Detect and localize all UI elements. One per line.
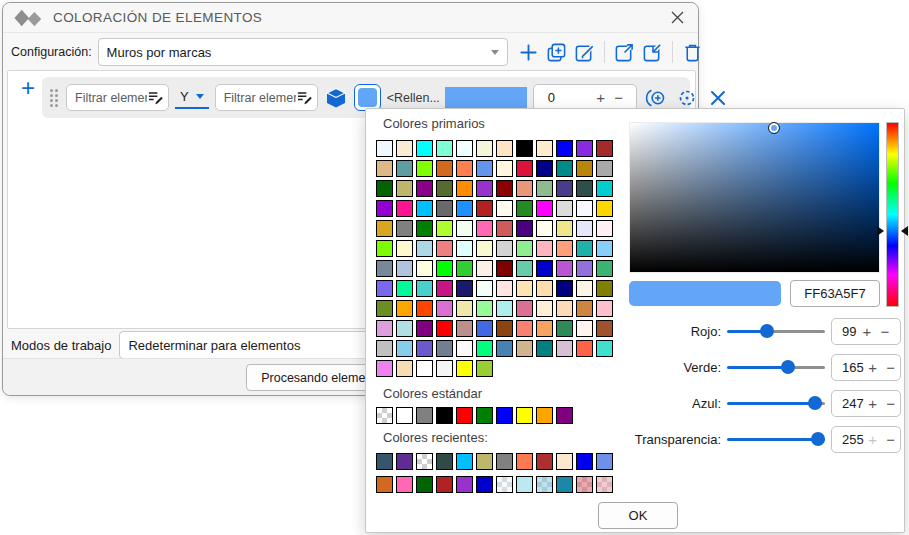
color-swatch[interactable]: [596, 340, 613, 357]
color-swatch[interactable]: [436, 260, 453, 277]
color-swatch[interactable]: [516, 220, 533, 237]
color-swatch[interactable]: [456, 160, 473, 177]
rojo-value[interactable]: 99: [842, 324, 858, 339]
color-swatch[interactable]: [476, 476, 493, 493]
color-swatch[interactable]: [396, 320, 413, 337]
color-swatch[interactable]: [456, 476, 473, 493]
color-swatch[interactable]: [536, 260, 553, 277]
sv-cursor[interactable]: [768, 122, 780, 134]
azul-decrement-button[interactable]: −: [882, 395, 900, 412]
color-swatch[interactable]: [456, 200, 473, 217]
color-swatch[interactable]: [376, 260, 393, 277]
color-swatch[interactable]: [556, 407, 573, 424]
color-swatch[interactable]: [576, 200, 593, 217]
hex-value-input[interactable]: FF63A5F7: [790, 280, 880, 307]
rojo-decrement-button[interactable]: −: [876, 323, 894, 340]
color-swatch[interactable]: [596, 280, 613, 297]
color-swatch[interactable]: [436, 200, 453, 217]
color-swatch[interactable]: [476, 453, 493, 470]
color-swatch[interactable]: [436, 453, 453, 470]
edit-icon[interactable]: [574, 42, 595, 63]
verde-increment-button[interactable]: +: [864, 359, 882, 376]
color-swatch[interactable]: [596, 160, 613, 177]
color-swatch[interactable]: [536, 453, 553, 470]
color-swatch[interactable]: [376, 360, 393, 377]
color-swatch[interactable]: [416, 453, 433, 470]
color-swatch[interactable]: [416, 360, 433, 377]
color-swatch[interactable]: [536, 240, 553, 257]
color-swatch[interactable]: [556, 340, 573, 357]
duplicate-icon[interactable]: [546, 42, 567, 63]
color-swatch[interactable]: [376, 220, 393, 237]
color-swatch[interactable]: [536, 220, 553, 237]
color-swatch[interactable]: [416, 260, 433, 277]
color-swatch[interactable]: [396, 200, 413, 217]
color-swatch[interactable]: [476, 260, 493, 277]
color-swatch[interactable]: [556, 260, 573, 277]
color-swatch[interactable]: [556, 476, 573, 493]
transparencia-decrement-button[interactable]: −: [882, 431, 900, 448]
verde-value[interactable]: 165: [842, 360, 864, 375]
saturation-value-area[interactable]: [629, 122, 880, 273]
color-swatch[interactable]: [516, 200, 533, 217]
color-swatch[interactable]: [456, 140, 473, 157]
color-swatch[interactable]: [376, 240, 393, 257]
color-swatch[interactable]: [436, 240, 453, 257]
color-swatch[interactable]: [556, 200, 573, 217]
color-swatch[interactable]: [376, 407, 393, 424]
color-swatch[interactable]: [576, 140, 593, 157]
color-swatch[interactable]: [536, 160, 553, 177]
azul-slider[interactable]: [727, 402, 825, 405]
transparencia-slider-thumb[interactable]: [811, 432, 825, 446]
verde-slider[interactable]: [727, 366, 825, 369]
transparencia-slider[interactable]: [727, 438, 825, 441]
color-swatch[interactable]: [516, 407, 533, 424]
color-swatch[interactable]: [416, 240, 433, 257]
color-swatch[interactable]: [416, 320, 433, 337]
add-rule-button[interactable]: +: [17, 78, 39, 100]
color-swatch[interactable]: [496, 220, 513, 237]
color-swatch[interactable]: [456, 220, 473, 237]
import-icon[interactable]: [642, 42, 663, 63]
color-swatch[interactable]: [376, 140, 393, 157]
filter-elements-input-2[interactable]: Filtrar elementos: [215, 84, 318, 111]
color-swatch[interactable]: [496, 453, 513, 470]
hue-slider[interactable]: [886, 122, 899, 307]
color-swatch[interactable]: [376, 300, 393, 317]
color-swatch[interactable]: [456, 280, 473, 297]
color-swatch[interactable]: [596, 140, 613, 157]
color-swatch[interactable]: [496, 200, 513, 217]
color-swatch[interactable]: [516, 476, 533, 493]
pick-target-icon[interactable]: [676, 87, 698, 109]
color-swatch[interactable]: [476, 180, 493, 197]
selected-color-bar[interactable]: [445, 87, 527, 109]
color-swatch[interactable]: [396, 476, 413, 493]
color-swatch[interactable]: [436, 180, 453, 197]
color-swatch[interactable]: [416, 407, 433, 424]
color-swatch[interactable]: [556, 300, 573, 317]
color-swatch[interactable]: [556, 320, 573, 337]
color-swatch[interactable]: [536, 476, 553, 493]
color-swatch[interactable]: [496, 476, 513, 493]
color-swatch[interactable]: [456, 453, 473, 470]
color-swatch[interactable]: [576, 280, 593, 297]
color-swatch[interactable]: [536, 280, 553, 297]
window-close-icon[interactable]: [666, 7, 688, 29]
color-swatch[interactable]: [576, 220, 593, 237]
color-swatch[interactable]: [436, 476, 453, 493]
color-swatch[interactable]: [396, 160, 413, 177]
color-swatch[interactable]: [416, 220, 433, 237]
color-swatch[interactable]: [476, 200, 493, 217]
color-swatch[interactable]: [556, 453, 573, 470]
spinner-increment-button[interactable]: +: [592, 89, 610, 106]
color-swatch[interactable]: [396, 453, 413, 470]
color-swatch[interactable]: [536, 180, 553, 197]
color-swatch[interactable]: [376, 280, 393, 297]
color-swatch[interactable]: [516, 140, 533, 157]
filter-elements-input-1[interactable]: Filtrar elementos: [66, 84, 169, 111]
color-swatch[interactable]: [556, 220, 573, 237]
color-swatch[interactable]: [416, 476, 433, 493]
color-swatch[interactable]: [496, 140, 513, 157]
color-swatch[interactable]: [436, 320, 453, 337]
color-swatch[interactable]: [456, 260, 473, 277]
